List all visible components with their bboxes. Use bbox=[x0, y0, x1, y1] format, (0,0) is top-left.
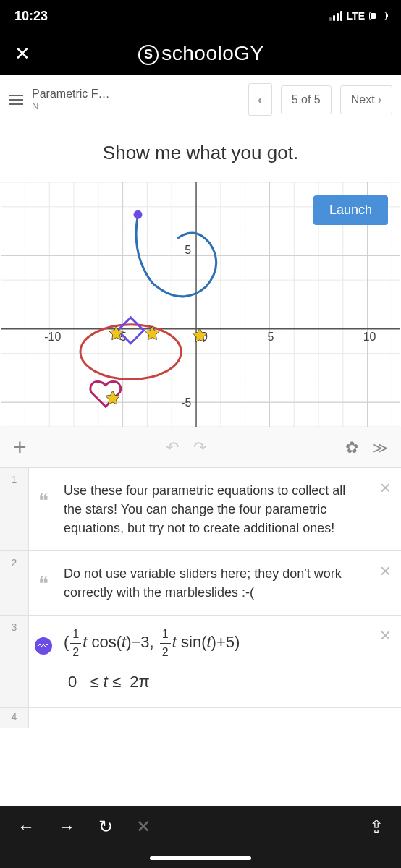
menu-icon[interactable] bbox=[9, 95, 23, 105]
chevron-right-icon: › bbox=[378, 93, 381, 106]
nav-bar: Parametric F… N ‹ 5 of 5 Next › bbox=[0, 75, 401, 124]
parametric-icon: 〰 bbox=[35, 637, 52, 655]
nav-title: Parametric F… N bbox=[32, 87, 240, 112]
row-number: 2 bbox=[0, 551, 29, 615]
status-bar: 10:23 LTE bbox=[0, 0, 401, 32]
delete-row-icon[interactable]: × bbox=[380, 560, 391, 582]
back-icon[interactable]: ← bbox=[17, 817, 35, 837]
add-expression-button[interactable]: + bbox=[13, 434, 27, 461]
note-text: Do not use variable sliders here; they d… bbox=[58, 551, 401, 615]
expression-toolbar: + ↶ ↷ ✿ ≫ bbox=[0, 427, 401, 468]
signal-icon bbox=[329, 11, 342, 21]
axis-label: -10 bbox=[44, 331, 61, 343]
page-counter[interactable]: 5 of 5 bbox=[281, 85, 332, 114]
network-label: LTE bbox=[347, 10, 365, 22]
redo-button[interactable]: ↷ bbox=[193, 438, 206, 457]
note-text: Use these four parametric equations to c… bbox=[58, 468, 401, 550]
equation-content[interactable]: (12t cos(t)−3, 12t sin(t)+5) 0 ≤ t ≤ 2π bbox=[58, 616, 401, 707]
expression-row-2[interactable]: 2 ❝ Do not use variable sliders here; th… bbox=[0, 551, 401, 616]
undo-button[interactable]: ↶ bbox=[166, 438, 179, 457]
expression-row-4[interactable]: 4 bbox=[0, 708, 401, 728]
reload-icon[interactable]: ↻ bbox=[98, 817, 113, 837]
red-ellipse bbox=[80, 325, 181, 380]
row-number: 4 bbox=[0, 708, 29, 728]
row-number: 1 bbox=[0, 468, 29, 550]
graph-area[interactable]: Launch bbox=[0, 182, 401, 427]
axis-label: 10 bbox=[363, 331, 376, 343]
app-logo: SschooloGY bbox=[16, 42, 387, 65]
axis-label: -5 bbox=[181, 396, 191, 409]
row-number: 3 bbox=[0, 616, 29, 707]
note-icon: ❝ bbox=[38, 490, 48, 512]
marble-icon bbox=[134, 210, 143, 219]
stop-icon: ✕ bbox=[136, 817, 151, 837]
logo-s-icon: S bbox=[138, 45, 159, 65]
battery-icon bbox=[369, 12, 387, 20]
prev-button[interactable]: ‹ bbox=[248, 83, 272, 116]
next-button[interactable]: Next › bbox=[340, 85, 392, 114]
expression-list: 1 ❝ Use these four parametric equations … bbox=[0, 468, 401, 806]
delete-row-icon[interactable]: × bbox=[380, 477, 391, 499]
launch-button[interactable]: Launch bbox=[313, 195, 388, 225]
collapse-icon[interactable]: ≫ bbox=[373, 439, 388, 456]
note-icon: ❝ bbox=[38, 573, 48, 595]
browser-toolbar: ← → ↻ ✕ ⇪ bbox=[0, 806, 401, 848]
status-right: LTE bbox=[329, 10, 387, 22]
axis-label: 5 bbox=[267, 331, 274, 343]
prompt-text: Show me what you got. bbox=[0, 124, 401, 182]
settings-icon[interactable]: ✿ bbox=[345, 438, 358, 457]
home-indicator[interactable] bbox=[0, 848, 401, 868]
app-header: ✕ SschooloGY bbox=[0, 32, 401, 75]
status-time: 10:23 bbox=[14, 9, 48, 24]
forward-icon[interactable]: → bbox=[58, 817, 75, 837]
delete-row-icon[interactable]: × bbox=[380, 624, 391, 647]
share-icon[interactable]: ⇪ bbox=[369, 817, 384, 837]
expression-row-1[interactable]: 1 ❝ Use these four parametric equations … bbox=[0, 468, 401, 551]
expression-row-3[interactable]: 3 〰 (12t cos(t)−3, 12t sin(t)+5) 0 ≤ t ≤… bbox=[0, 616, 401, 707]
axis-label: 5 bbox=[185, 244, 191, 256]
